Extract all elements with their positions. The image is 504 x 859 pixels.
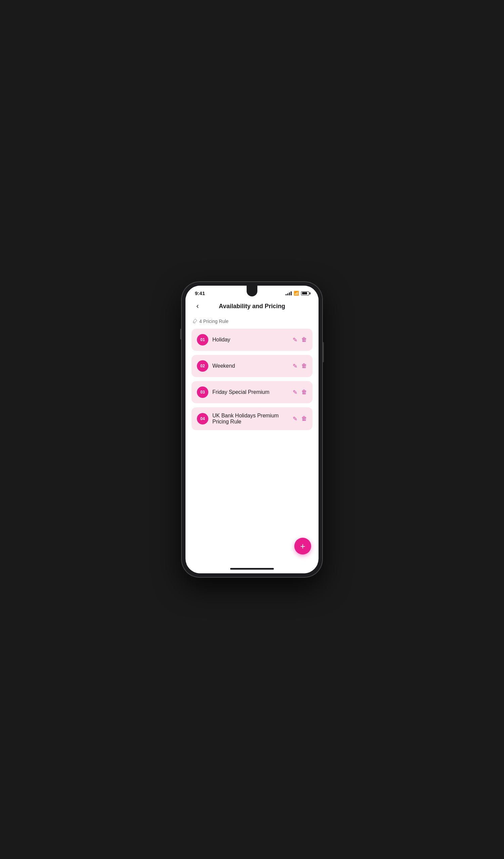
header: ‹ Availability and Pricing xyxy=(185,298,319,316)
plus-icon: + xyxy=(300,542,305,551)
content-area: 🏷 4 Pricing Rule 01 Holiday ✎ 🗑 02 Weeke… xyxy=(185,316,319,564)
page-title: Availability and Pricing xyxy=(203,303,301,310)
delete-icon-1[interactable]: 🗑 xyxy=(301,336,307,343)
battery-icon xyxy=(301,291,309,296)
rule-label-2: Weekend xyxy=(212,363,289,369)
rule-label-1: Holiday xyxy=(212,337,289,343)
tag-icon: 🏷 xyxy=(191,317,199,325)
volume-button xyxy=(180,329,181,340)
add-rule-button[interactable]: + xyxy=(294,538,311,555)
edit-icon-1[interactable]: ✎ xyxy=(293,336,297,344)
rule-count-row: 🏷 4 Pricing Rule xyxy=(192,318,312,324)
home-bar xyxy=(230,568,274,570)
edit-icon-2[interactable]: ✎ xyxy=(293,363,297,370)
status-icons: 📶 xyxy=(286,291,309,296)
rule-badge-4: 04 xyxy=(197,413,208,424)
signal-icon xyxy=(286,291,292,296)
edit-icon-4[interactable]: ✎ xyxy=(293,416,297,422)
phone-screen: 9:41 📶 ‹ Availability and Pricing 🏷 xyxy=(185,286,319,573)
delete-icon-4[interactable]: 🗑 xyxy=(301,416,307,422)
back-button[interactable]: ‹ xyxy=(192,301,203,312)
rule-actions-4: ✎ 🗑 xyxy=(293,416,307,422)
delete-icon-2[interactable]: 🗑 xyxy=(301,363,307,370)
rule-actions-2: ✎ 🗑 xyxy=(293,363,307,370)
rule-number-2: 02 xyxy=(200,364,204,368)
power-button xyxy=(323,342,324,362)
rule-card[interactable]: 02 Weekend ✎ 🗑 xyxy=(192,355,312,377)
edit-icon-3[interactable]: ✎ xyxy=(293,389,297,396)
back-chevron-icon: ‹ xyxy=(196,302,199,310)
rule-number-4: 04 xyxy=(200,417,204,421)
rule-actions-1: ✎ 🗑 xyxy=(293,336,307,344)
rule-badge-1: 01 xyxy=(197,334,208,346)
rule-card[interactable]: 01 Holiday ✎ 🗑 xyxy=(192,329,312,351)
delete-icon-3[interactable]: 🗑 xyxy=(301,389,307,395)
camera-notch xyxy=(247,286,257,297)
rule-card[interactable]: 04 UK Bank Holidays Premium Pricing Rule… xyxy=(192,407,312,430)
wifi-icon: 📶 xyxy=(294,291,299,296)
rule-actions-3: ✎ 🗑 xyxy=(293,389,307,396)
rule-badge-2: 02 xyxy=(197,360,208,372)
rule-label-4: UK Bank Holidays Premium Pricing Rule xyxy=(212,413,289,425)
rule-card[interactable]: 03 Friday Special Premium ✎ 🗑 xyxy=(192,381,312,403)
phone-frame: 9:41 📶 ‹ Availability and Pricing 🏷 xyxy=(181,282,323,577)
rule-count-label: 4 Pricing Rule xyxy=(199,319,228,324)
home-indicator xyxy=(185,564,319,573)
rule-number-3: 03 xyxy=(200,390,204,394)
rule-badge-3: 03 xyxy=(197,387,208,398)
rule-number-1: 01 xyxy=(200,337,204,342)
rule-label-3: Friday Special Premium xyxy=(212,389,289,395)
status-time: 9:41 xyxy=(195,290,205,296)
